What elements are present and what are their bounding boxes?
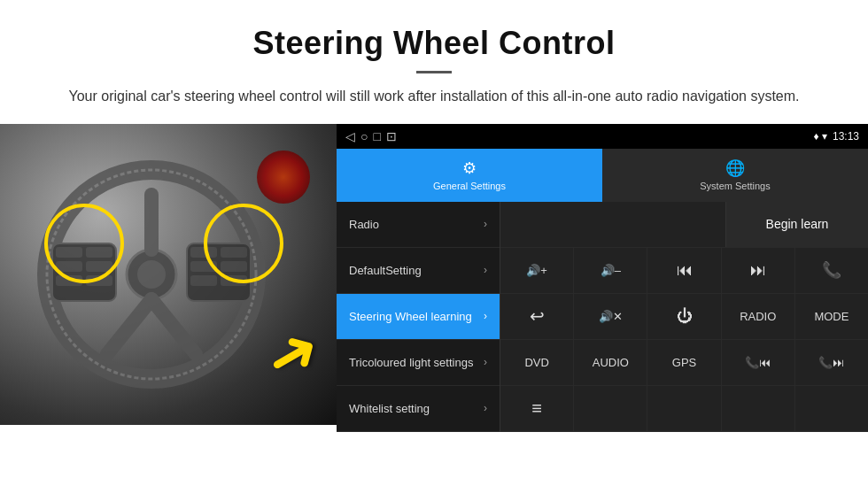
menu-tricoloured-label: Tricoloured light settings: [349, 356, 473, 369]
empty-btn-2[interactable]: [647, 386, 721, 431]
audio-label: AUDIO: [593, 356, 629, 369]
steering-input[interactable]: [500, 202, 726, 247]
mute-icon: 🔊✕: [599, 310, 623, 323]
vol-up-icon: 🔊+: [526, 264, 547, 277]
power-button[interactable]: ⏻: [647, 294, 721, 339]
prev-track-button[interactable]: ⏮: [647, 248, 721, 293]
control-rows: 🔊+ 🔊– ⏮ ⏭ 📞: [500, 248, 868, 432]
status-right: ♦ ▾ 13:13: [814, 130, 860, 143]
menu-icon: ≡: [531, 398, 542, 419]
control-row-4: ≡: [500, 386, 868, 432]
phone-prev-icon: 📞⏮: [745, 356, 771, 369]
control-row-1: 🔊+ 🔊– ⏮ ⏭ 📞: [500, 248, 868, 294]
menu-item-whitelist[interactable]: Whitelist setting ›: [337, 386, 500, 432]
app-icon[interactable]: ⊡: [386, 129, 397, 143]
recents-icon[interactable]: □: [373, 129, 380, 143]
menu-default-label: DefaultSetting: [349, 264, 422, 277]
status-bar: ◁ ○ □ ⊡ ♦ ▾ 13:13: [337, 124, 868, 149]
left-menu: Radio › DefaultSetting › Steering Wheel …: [337, 202, 500, 432]
panel-content: Radio › DefaultSetting › Steering Wheel …: [337, 202, 868, 432]
control-row-2: ↩ 🔊✕ ⏻ RADIO MODE: [500, 294, 868, 340]
signal-icon: ♦ ▾: [814, 130, 827, 143]
tab-bar: ⚙ General Settings 🌐 System Settings: [337, 149, 868, 202]
vol-up-button[interactable]: 🔊+: [500, 248, 574, 293]
radio-label: RADIO: [740, 310, 776, 323]
tab-general-settings[interactable]: ⚙ General Settings: [337, 149, 602, 202]
clock: 13:13: [833, 130, 859, 143]
page-header: Steering Wheel Control Your original car…: [0, 0, 868, 124]
dvd-button[interactable]: DVD: [500, 340, 574, 385]
svg-line-6: [151, 299, 196, 354]
system-settings-icon: 🌐: [725, 158, 745, 178]
chevron-steering-icon: ›: [484, 310, 487, 322]
menu-item-tricoloured[interactable]: Tricoloured light settings ›: [337, 340, 500, 386]
right-controls: Begin learn 🔊+ 🔊– ⏮: [500, 202, 868, 432]
main-content: ➜ ◁ ○ □ ⊡ ♦ ▾ 13:13 ⚙ General Settings: [0, 124, 868, 432]
menu-steering-label: Steering Wheel learning: [349, 310, 472, 323]
next-track-icon: ⏭: [750, 261, 766, 280]
chevron-tricoloured-icon: ›: [484, 356, 487, 368]
begin-learn-button[interactable]: Begin learn: [726, 202, 868, 247]
hangup-icon: ↩: [530, 305, 545, 327]
vol-down-icon: 🔊–: [601, 264, 621, 277]
highlight-circle-right: [204, 204, 283, 283]
phone-button[interactable]: 📞: [795, 248, 868, 293]
power-icon: ⏻: [677, 307, 693, 326]
svg-line-5: [107, 299, 151, 354]
dvd-label: DVD: [524, 356, 548, 369]
phone-next-button[interactable]: 📞⏭: [795, 340, 868, 385]
tab-general-label: General Settings: [433, 181, 506, 191]
chevron-radio-icon: ›: [484, 218, 487, 230]
menu-radio-label: Radio: [349, 218, 379, 231]
audio-button[interactable]: AUDIO: [574, 340, 647, 385]
page-title: Steering Wheel Control: [35, 25, 833, 62]
empty-btn-4[interactable]: [795, 386, 868, 431]
mute-button[interactable]: 🔊✕: [574, 294, 647, 339]
phone-prev-button[interactable]: 📞⏮: [722, 340, 795, 385]
back-icon[interactable]: ◁: [345, 129, 355, 143]
tab-system-label: System Settings: [700, 181, 770, 191]
page-subtitle: Your original car's steering wheel contr…: [35, 86, 833, 108]
chevron-whitelist-icon: ›: [484, 402, 487, 414]
mode-label: MODE: [814, 310, 849, 323]
menu-item-default-setting[interactable]: DefaultSetting ›: [337, 248, 500, 294]
tab-system-settings[interactable]: 🌐 System Settings: [602, 149, 868, 202]
chevron-default-icon: ›: [484, 264, 487, 276]
general-settings-icon: ⚙: [462, 158, 477, 178]
prev-track-icon: ⏮: [677, 261, 693, 280]
home-icon[interactable]: ○: [360, 129, 368, 143]
mode-button[interactable]: MODE: [795, 294, 868, 339]
control-row-3: DVD AUDIO GPS 📞⏮ 📞⏭: [500, 340, 868, 386]
android-panel: ◁ ○ □ ⊡ ♦ ▾ 13:13 ⚙ General Settings 🌐 S…: [337, 124, 868, 432]
menu-whitelist-label: Whitelist setting: [349, 402, 430, 415]
hangup-button[interactable]: ↩: [500, 294, 574, 339]
title-divider: [416, 71, 452, 73]
empty-btn-1[interactable]: [574, 386, 647, 431]
svg-rect-19: [190, 275, 217, 286]
highlight-circle-left: [44, 204, 124, 283]
svg-point-3: [137, 260, 166, 289]
menu-icon-button[interactable]: ≡: [500, 386, 574, 431]
empty-btn-3[interactable]: [722, 386, 795, 431]
car-image-panel: ➜: [0, 124, 337, 425]
menu-item-steering-wheel[interactable]: Steering Wheel learning ›: [337, 294, 500, 340]
nav-icons: ◁ ○ □ ⊡: [345, 129, 397, 143]
next-track-button[interactable]: ⏭: [722, 248, 795, 293]
phone-next-icon: 📞⏭: [818, 356, 844, 369]
gps-label: GPS: [672, 356, 696, 369]
menu-item-radio[interactable]: Radio ›: [337, 202, 500, 248]
vol-down-button[interactable]: 🔊–: [574, 248, 647, 293]
steering-background: ➜: [0, 124, 337, 425]
phone-icon: 📞: [822, 260, 841, 280]
radio-button[interactable]: RADIO: [722, 294, 795, 339]
top-row: Begin learn: [500, 202, 868, 248]
gps-button[interactable]: GPS: [647, 340, 721, 385]
